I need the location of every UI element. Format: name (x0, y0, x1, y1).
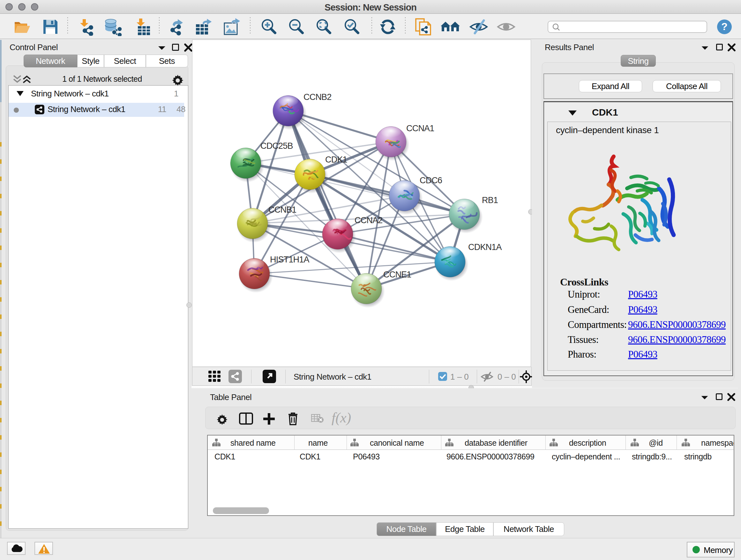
svg-text:?: ? (721, 21, 728, 32)
svg-text:CCNB1: CCNB1 (268, 205, 296, 214)
svg-text:RB1: RB1 (482, 195, 498, 205)
svg-text:CCNA2: CCNA2 (354, 215, 383, 225)
svg-text:CCNA1: CCNA1 (406, 124, 434, 133)
svg-text:CCNE1: CCNE1 (383, 270, 411, 279)
svg-text:HIST1H1A: HIST1H1A (270, 255, 309, 264)
svg-text:CDK1: CDK1 (325, 155, 347, 165)
svg-text:CCNB2: CCNB2 (304, 92, 332, 102)
svg-text:CDC25B: CDC25B (260, 141, 293, 151)
svg-text:CDKN1A: CDKN1A (468, 242, 502, 252)
svg-text:CDC6: CDC6 (420, 176, 442, 185)
